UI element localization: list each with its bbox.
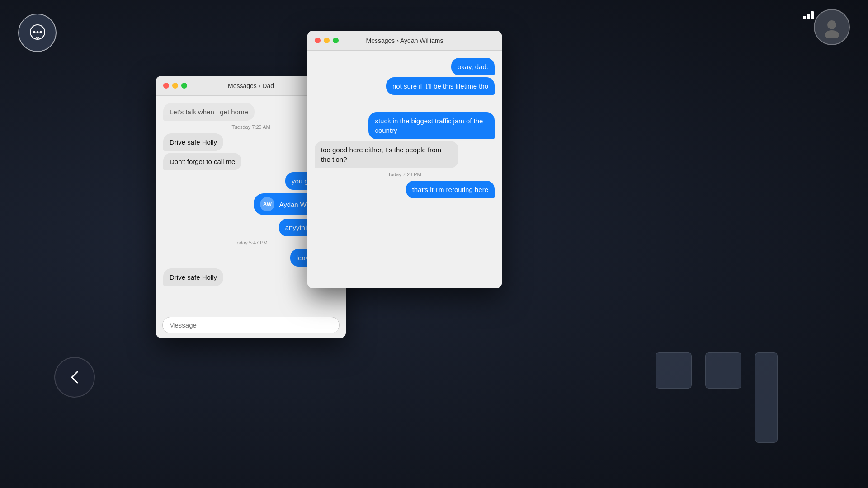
bubble: Drive safe Holly <box>163 268 223 286</box>
close-button-aydan[interactable] <box>315 38 321 43</box>
bubble: okay, dad. <box>451 58 495 75</box>
svg-point-4 <box>827 20 836 29</box>
bubble: Drive safe Holly <box>163 133 223 151</box>
svg-point-3 <box>39 31 42 33</box>
key-box-tall <box>755 352 778 443</box>
minimize-button-aydan[interactable] <box>324 38 330 43</box>
back-button[interactable] <box>54 357 95 398</box>
window-title-dad: Messages › Dad <box>228 82 274 89</box>
signal-indicator <box>803 11 814 19</box>
signal-bar-1 <box>803 16 806 19</box>
svg-point-1 <box>33 31 35 33</box>
date-separator: Today 7:28 PM <box>315 172 495 177</box>
window-aydan: Messages › Aydan Williams okay, dad. not… <box>307 31 502 288</box>
signal-bar-3 <box>811 11 814 19</box>
message-row: that's it I'm rerouting here <box>315 181 495 198</box>
titlebar-aydan: Messages › Aydan Williams <box>307 31 502 51</box>
svg-point-5 <box>825 30 839 38</box>
signal-bar-2 <box>807 14 810 19</box>
window-title-aydan: Messages › Aydan Williams <box>366 37 443 44</box>
message-row: not sure if it'll be this lifetime tho <box>315 77 495 95</box>
key-box-2 <box>705 352 741 389</box>
bubble: stuck in the biggest traffic jam of the … <box>368 112 495 139</box>
message-row: okay, dad. <box>315 58 495 75</box>
keyboard-hints <box>656 352 778 443</box>
bubble: too good here either, I s the people fro… <box>315 141 458 168</box>
bubble: Don't forget to call me <box>163 153 241 170</box>
message-list-aydan: okay, dad. not sure if it'll be this lif… <box>307 51 502 288</box>
app-icon <box>18 14 57 52</box>
close-button-dad[interactable] <box>163 83 169 89</box>
bubble: not sure if it'll be this lifetime tho <box>386 77 495 95</box>
message-row: stuck in the biggest traffic jam of the … <box>315 112 495 139</box>
contact-avatar: AW <box>260 197 274 211</box>
message-row: too good here either, I s the people fro… <box>315 141 495 168</box>
key-box-1 <box>656 352 692 389</box>
bubble: that's it I'm rerouting here <box>406 181 495 198</box>
svg-point-2 <box>36 31 38 33</box>
traffic-lights-dad <box>163 83 187 89</box>
profile-circle <box>814 9 850 45</box>
minimize-button-dad[interactable] <box>172 83 178 89</box>
maximize-button-dad[interactable] <box>181 83 187 89</box>
traffic-lights-aydan <box>315 38 339 43</box>
bubble: Let's talk when I get home <box>163 103 255 121</box>
message-input-bar-dad <box>156 312 346 338</box>
message-input-dad[interactable] <box>162 317 340 333</box>
maximize-button-aydan[interactable] <box>333 38 339 43</box>
